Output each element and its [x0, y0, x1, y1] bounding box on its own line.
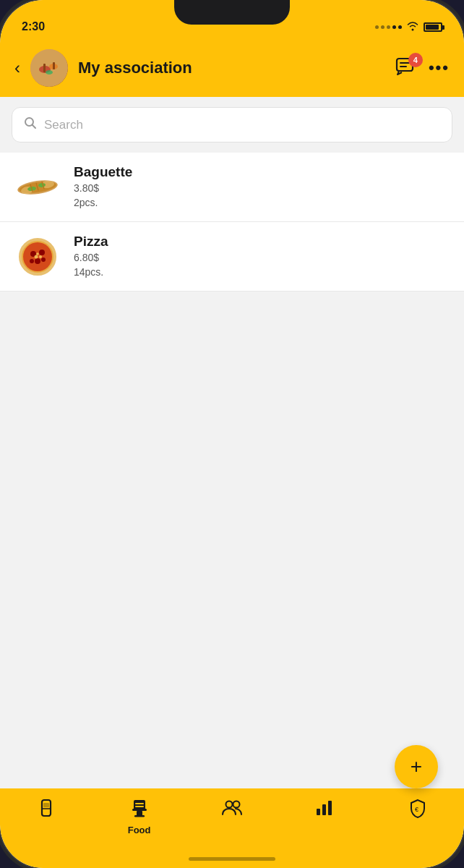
food-list: Baguette 3.80$2pcs.	[0, 153, 464, 292]
svg-rect-35	[132, 809, 147, 811]
food-info-baguette: Baguette 3.80$2pcs.	[74, 164, 450, 210]
nav-item-people[interactable]	[210, 799, 254, 820]
dot5	[398, 25, 402, 29]
dot2	[381, 25, 384, 29]
svg-point-29	[36, 252, 39, 255]
phone-screen: 2:30	[0, 0, 464, 868]
svg-point-41	[233, 801, 239, 808]
nav-item-stats[interactable]	[303, 799, 346, 820]
svg-point-3	[46, 70, 53, 75]
app-header: ‹ My association	[0, 39, 464, 97]
list-item[interactable]: Baguette 3.80$2pcs.	[0, 153, 464, 222]
svg-line-10	[33, 125, 36, 129]
messages-button[interactable]: 4	[395, 57, 417, 79]
signal-dots	[375, 25, 402, 29]
svg-rect-42	[317, 809, 320, 815]
svg-rect-36	[137, 811, 142, 816]
svg-rect-5	[53, 62, 55, 69]
notification-badge: 4	[408, 53, 423, 67]
svg-rect-37	[134, 815, 145, 817]
search-bar[interactable]: Search	[12, 107, 452, 142]
wifi-icon	[406, 21, 419, 33]
dot3	[387, 25, 390, 29]
drinks-icon	[37, 799, 56, 825]
back-button[interactable]: ‹	[14, 58, 20, 78]
list-item[interactable]: Pizza 6.80$14pcs.	[0, 222, 464, 292]
svg-point-27	[35, 255, 38, 258]
search-icon	[24, 116, 37, 133]
svg-point-40	[225, 801, 232, 808]
people-icon	[221, 799, 243, 820]
svg-rect-44	[328, 801, 332, 815]
food-name: Baguette	[74, 164, 450, 180]
food-info-pizza: Pizza 6.80$14pcs.	[74, 234, 450, 279]
home-indicator	[189, 857, 275, 861]
notch	[174, 0, 290, 25]
nav-item-drinks[interactable]	[25, 799, 68, 825]
dot1	[375, 25, 379, 29]
food-icon	[129, 799, 150, 822]
header-actions: 4 •••	[395, 57, 450, 79]
svg-rect-38	[135, 803, 144, 804]
svg-rect-32	[43, 803, 49, 807]
search-placeholder: Search	[44, 118, 83, 132]
svg-rect-4	[43, 64, 46, 72]
food-price: 6.80$14pcs.	[74, 251, 450, 279]
more-button[interactable]: •••	[429, 59, 450, 77]
header-title: My association	[78, 59, 385, 77]
dot4	[392, 25, 396, 29]
svg-point-24	[35, 258, 40, 264]
avatar	[30, 49, 68, 87]
svg-point-23	[39, 250, 45, 255]
svg-point-25	[30, 259, 34, 263]
svg-point-26	[41, 258, 46, 262]
bottom-navigation: Food	[0, 788, 464, 868]
phone-frame: 2:30	[0, 0, 464, 868]
shield-icon: €	[408, 799, 427, 823]
add-button[interactable]: +	[395, 745, 438, 788]
battery-icon	[424, 22, 442, 32]
food-image-baguette	[14, 170, 61, 205]
nav-item-security[interactable]: €	[396, 799, 439, 823]
search-section: Search	[0, 97, 464, 153]
svg-point-28	[39, 255, 42, 258]
svg-rect-31	[42, 800, 51, 816]
stats-icon	[315, 799, 334, 820]
svg-rect-43	[322, 804, 326, 815]
food-name: Pizza	[74, 234, 450, 250]
food-price: 3.80$2pcs.	[74, 182, 450, 210]
status-icons	[375, 21, 442, 33]
food-nav-label: Food	[128, 825, 151, 835]
svg-rect-39	[135, 806, 144, 807]
main-content: Search	[0, 97, 464, 292]
svg-rect-34	[134, 800, 145, 810]
svg-text:€: €	[415, 806, 418, 813]
nav-item-food[interactable]: Food	[118, 799, 161, 835]
food-image-pizza	[14, 239, 61, 274]
status-time: 2:30	[22, 20, 45, 33]
battery-fill	[426, 25, 439, 30]
